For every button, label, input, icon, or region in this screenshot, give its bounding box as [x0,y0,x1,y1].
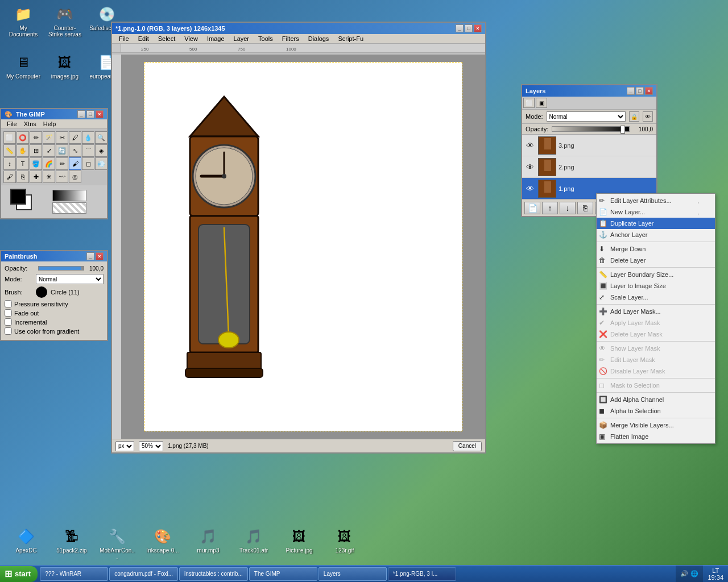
tool-paintbrush[interactable]: 🖌 [69,157,81,170]
layers-eye-btn[interactable]: 👁 [643,111,653,122]
image-menu-dialogs[interactable]: Dialogs [304,35,334,43]
layer-3png-eye[interactable]: 👁 [524,141,536,150]
use-color-gradient-checkbox[interactable] [5,327,12,335]
image-menu-tools[interactable]: Tools [254,35,278,43]
tool-scissors[interactable]: ✂ [56,131,68,144]
taskbar-item-winrar[interactable]: ??? - WinRAR [40,567,108,581]
tool-ellipse-select[interactable]: ⭕ [16,131,29,144]
gradient-preview[interactable] [52,190,86,201]
layer-up-btn[interactable]: ↑ [542,202,558,214]
tool-perspective[interactable]: ◈ [95,144,107,157]
opacity-slider[interactable] [38,266,84,271]
tool-measure[interactable]: 📏 [3,144,16,157]
tool-blend[interactable]: 🌈 [43,157,55,170]
tool-pencil[interactable]: ✏ [56,157,68,170]
pattern-preview[interactable] [52,202,86,214]
image-menu-file[interactable]: File [114,35,134,43]
tool-flip[interactable]: ↕ [3,157,16,170]
desktop-icon-apexdc[interactable]: 🔷 ApexDC [6,525,47,562]
tool-rect-select[interactable]: ⬜ [3,131,16,144]
desktop-icon-counter-strike[interactable]: 🎮 Counter-Strike servas [44,3,85,40]
layers-toolbar-btn1[interactable]: ⬜ [523,98,535,108]
tool-airbrush[interactable]: 💨 [95,157,107,170]
gimp-toolbox-minimize[interactable]: _ [77,110,85,118]
desktop-icon-my-computer[interactable]: 🖥 My Computer [3,51,44,82]
sound-icon[interactable]: 🔊 [680,570,688,577]
desktop-icon-images[interactable]: 🖼 images.jpg [44,51,85,82]
desktop-icon-mobamrconv[interactable]: 🔧 MobAmrCon... [97,525,138,562]
unit-select[interactable]: px [115,441,134,451]
taskbar-item-gimp[interactable]: The GIMP [249,567,317,581]
desktop-icon-track01[interactable]: 🎵 Track01.atr [233,525,274,562]
taskbar-item-instructables[interactable]: instructables : contrib... [179,567,248,581]
image-menu-edit[interactable]: Edit [134,35,154,43]
paintbrush-minimize[interactable]: _ [86,252,94,260]
tool-scale[interactable]: ⤡ [69,144,81,157]
ctx-merge-down[interactable]: ⬇ Merge Down [597,243,715,255]
desktop-icon-mur-mp3[interactable]: 🎵 mur.mp3 [188,525,229,562]
tool-align[interactable]: ⊞ [30,144,42,157]
desktop-icon-picture[interactable]: 🖼 Picture.jpg [279,525,320,562]
desktop-icon-my-documents[interactable]: 📁 My Documents [3,3,44,40]
image-window-maximize[interactable]: □ [465,24,473,32]
layer-1png-eye[interactable]: 👁 [524,184,536,193]
tool-dodge-burn[interactable]: ☀ [43,171,55,183]
fade-out-checkbox[interactable] [5,309,12,317]
ctx-anchor-layer[interactable]: ⚓ Anchor Layer [597,229,715,240]
tool-free-select[interactable]: ✏ [30,131,42,144]
image-window-minimize[interactable]: _ [456,24,464,32]
taskbar-item-png[interactable]: *1.png-RGB, 3 l... [388,567,456,581]
desktop-icon-inkscape[interactable]: 🎨 Inkscape-0... [142,525,183,562]
layers-toolbar-btn2[interactable]: ▣ [536,98,547,108]
layers-minimize[interactable]: _ [627,87,635,95]
pressure-sensitivity-checkbox[interactable] [5,300,12,307]
tool-text[interactable]: T [16,157,29,170]
ctx-layer-boundary[interactable]: 📏 Layer Boundary Size... [597,269,715,280]
tool-move[interactable]: ✋ [16,144,29,157]
layers-restore[interactable]: □ [636,87,644,95]
zoom-select[interactable]: 50% [139,441,163,451]
tool-eraser[interactable]: ◻ [82,157,94,170]
unit-selector[interactable]: px [115,441,134,451]
layer-row-2png[interactable]: 👁 2.png [522,156,656,178]
layers-lock-btn[interactable]: 🔒 [629,111,639,122]
taskbar-item-layers[interactable]: Layers [318,567,387,581]
cancel-button[interactable]: Cancel [453,441,482,451]
gimp-menu-file[interactable]: File [3,120,20,128]
tool-bucket-fill[interactable]: 🪣 [30,157,42,170]
paintbrush-close[interactable]: × [96,252,104,260]
network-icon[interactable]: 🌐 [690,570,698,577]
gimp-toolbox-close[interactable]: × [96,110,104,118]
image-menu-filters[interactable]: Filters [278,35,304,43]
incremental-checkbox[interactable] [5,318,12,326]
tool-zoom[interactable]: 🔍 [95,131,107,144]
layer-row-3png[interactable]: 👁 3.png [522,135,656,156]
tool-shear[interactable]: ⌒ [82,144,94,157]
tool-rotate[interactable]: 🔄 [56,144,68,157]
layer-new-btn[interactable]: 📄 [524,202,540,214]
ctx-scale-layer[interactable]: ⤢ Scale Layer... [597,292,715,303]
ctx-flatten-image[interactable]: ▣ Flatten Image [597,431,715,442]
canvas-area[interactable] [121,55,485,439]
tool-fuzzy-select[interactable]: 🪄 [43,131,55,144]
layers-opacity-slider[interactable] [552,126,630,132]
tool-ink[interactable]: 🖋 [3,171,16,183]
ctx-edit-layer-attrs[interactable]: ✏ Edit Layer Attributes... , [597,195,715,206]
image-menu-view[interactable]: View [180,35,202,43]
layer-down-btn[interactable]: ↓ [560,202,576,214]
layer-2png-eye[interactable]: 👁 [524,163,536,172]
image-menu-layer[interactable]: Layer [229,35,254,43]
tool-paths[interactable]: 🖊 [69,131,81,144]
desktop-icon-51pack[interactable]: 🗜 51pack2.zip [51,525,92,562]
foreground-color-swatch[interactable] [10,189,26,205]
tool-crop[interactable]: ⤢ [43,144,55,157]
image-window-close[interactable]: × [474,24,482,32]
gimp-menu-xtns[interactable]: Xtns [20,120,40,128]
layer-duplicate-btn[interactable]: ⎘ [577,202,593,214]
gimp-toolbox-maximize[interactable]: □ [86,110,94,118]
tool-convolve[interactable]: ◎ [69,171,81,183]
image-menu-image[interactable]: Image [202,35,229,43]
tool-color-picker[interactable]: 💧 [82,131,94,144]
tool-clone[interactable]: ⎘ [16,171,29,183]
ctx-duplicate-layer[interactable]: 📋 Duplicate Layer [597,218,715,229]
